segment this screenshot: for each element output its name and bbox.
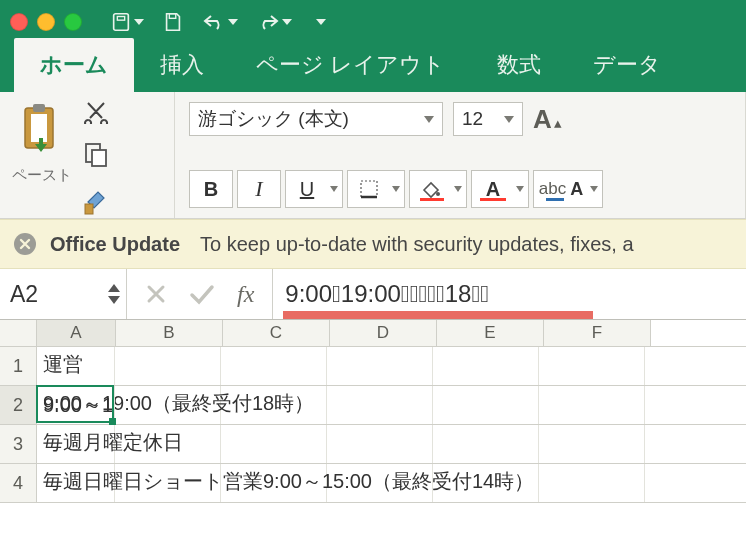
tab-page-layout[interactable]: ページ レイアウト [230,38,471,92]
svg-rect-9 [361,181,377,197]
cell-a1-text: 運営 [43,351,83,378]
cell-b1[interactable] [115,347,221,385]
chevron-down-icon [228,19,238,25]
close-icon [19,238,31,250]
svg-point-11 [436,192,440,196]
row-2: 2 9:00～19:00（最終受付18時） 9:00～1 [0,386,746,425]
notice-title: Office Update [50,233,180,256]
formula-value: 9:00￿19:00￿￿￿￿￿18￿￿ [285,280,489,308]
cancel-edit-button[interactable] [145,283,167,305]
clipboard-icon [19,100,65,156]
formula-input[interactable]: 9:00￿19:00￿￿￿￿￿18￿￿ [273,269,746,319]
svg-rect-5 [33,104,45,112]
cell-a3-text: 毎週月曜定休日 [43,429,183,456]
cell-f1[interactable] [539,347,645,385]
quick-access-toolbar [110,11,326,33]
chevron-down-icon [454,186,462,192]
font-name-dropdown[interactable]: 游ゴシック (本文) [189,102,443,136]
increase-font-size-button[interactable]: A▴ [533,104,562,135]
cell-e3[interactable] [433,425,539,463]
chevron-down-icon [330,186,338,192]
svg-rect-1 [117,17,124,21]
formula-bar: A2 fx 9:00￿19:00￿￿￿￿￿18￿￿ [0,269,746,320]
dismiss-notice-button[interactable] [14,233,36,255]
border-button[interactable] [347,170,405,208]
clipboard-group: ペースト [0,92,175,218]
paste-label: ペースト [12,166,72,185]
copy-button[interactable] [82,142,110,168]
notice-text: To keep up-to-date with security updates… [200,233,634,256]
underline-button[interactable]: U [285,170,343,208]
name-box[interactable]: A2 [0,269,127,319]
cell-e1[interactable] [433,347,539,385]
close-window-button[interactable] [10,13,28,31]
insert-function-button[interactable]: fx [237,281,254,308]
svg-rect-8 [85,204,93,214]
ribbon: ペースト 游ゴシック (本文) 12 A▴ B I [0,92,746,219]
row-4: 4 毎週日曜日ショート営業9:00～15:00（最終受付14時） [0,464,746,503]
tab-home[interactable]: ホーム [14,38,134,92]
column-header-a[interactable]: A [37,320,116,346]
column-header-d[interactable]: D [330,320,437,346]
column-headers: A B C D E F [0,320,746,347]
ribbon-tabs: ホーム 挿入 ページ レイアウト 数式 データ [0,44,746,92]
bold-button[interactable]: B [189,170,233,208]
window-controls [10,13,82,31]
chevron-down-icon [516,186,524,192]
cell-f4[interactable] [539,464,645,502]
active-cell-selection [36,385,114,423]
formula-bar-buttons: fx [127,269,273,319]
column-header-b[interactable]: B [116,320,223,346]
zoom-window-button[interactable] [64,13,82,31]
paste-button[interactable]: ペースト [12,100,72,185]
cell-c3[interactable] [221,425,327,463]
fill-handle[interactable] [109,418,116,425]
redo-button[interactable] [256,12,292,32]
cell-a4-text: 毎週日曜日ショート営業9:00～15:00（最終受付14時） [43,468,534,495]
undo-button[interactable] [202,12,238,32]
row-header-4[interactable]: 4 [0,464,37,502]
row-3: 3 毎週月曜定休日 [0,425,746,464]
chevron-down-icon [424,116,434,123]
font-name-value: 游ゴシック (本文) [198,106,349,132]
column-header-e[interactable]: E [437,320,544,346]
row-header-1[interactable]: 1 [0,347,37,385]
format-painter-button[interactable] [82,186,112,216]
svg-rect-7 [92,150,106,166]
fill-color-button[interactable] [409,170,467,208]
font-size-dropdown[interactable]: 12 [453,102,523,136]
minimize-window-button[interactable] [37,13,55,31]
chevron-down-icon [134,19,144,25]
qat-customize-icon[interactable] [316,19,326,25]
chevron-down-icon [590,186,598,192]
cell-d1[interactable] [327,347,433,385]
paint-bucket-icon [420,178,442,200]
name-box-stepper[interactable] [108,284,120,304]
row-header-2[interactable]: 2 [0,386,37,424]
autosave-button[interactable] [110,11,144,33]
cell-e2[interactable] [433,386,539,424]
confirm-edit-button[interactable] [189,283,215,305]
column-header-c[interactable]: C [223,320,330,346]
row-header-3[interactable]: 3 [0,425,37,463]
cell-f3[interactable] [539,425,645,463]
cell-d2[interactable] [327,386,433,424]
worksheet: A B C D E F 1 運営 2 9:00～19:00（最終受付18時） 9… [0,320,746,503]
chevron-down-icon [392,186,400,192]
cut-button[interactable] [82,100,110,124]
cell-f2[interactable] [539,386,645,424]
formula-highlight [283,311,593,319]
text-highlight-button[interactable]: abc A [533,170,603,208]
column-header-f[interactable]: F [544,320,651,346]
tab-formulas[interactable]: 数式 [471,38,567,92]
cell-d3[interactable] [327,425,433,463]
office-update-notice: Office Update To keep up-to-date with se… [0,219,746,269]
italic-button[interactable]: I [237,170,281,208]
border-icon [359,179,379,199]
select-all-corner[interactable] [0,320,37,346]
tab-data[interactable]: データ [567,38,687,92]
tab-insert[interactable]: 挿入 [134,38,230,92]
font-color-button[interactable]: A [471,170,529,208]
save-button[interactable] [162,11,184,33]
cell-c1[interactable] [221,347,327,385]
